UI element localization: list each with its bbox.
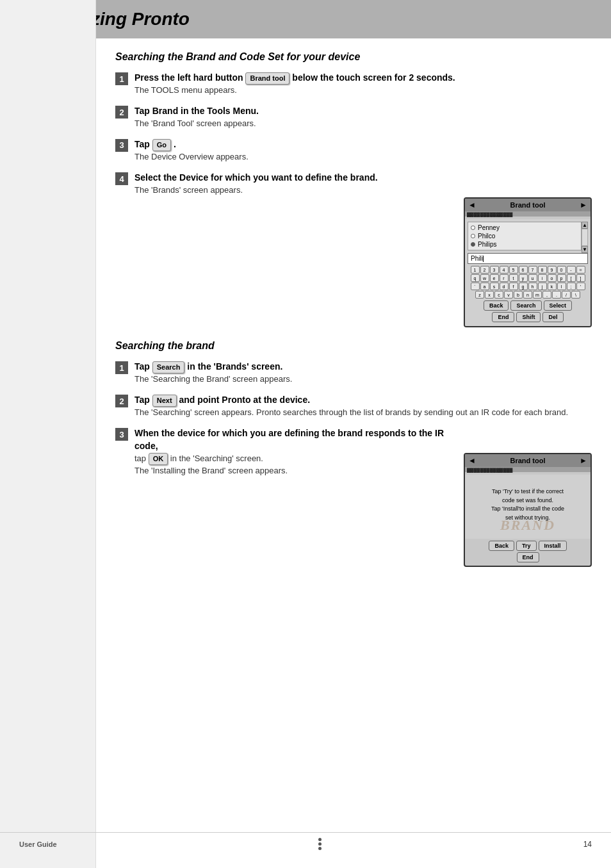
left-arrow-icon-2[interactable]: ◄ [468,456,476,465]
key-e[interactable]: e [490,274,499,282]
list-item-penney[interactable]: Penney [469,224,580,232]
step-3-number: 3 [115,139,128,152]
step-s2: 2 Tap Next and point Pronto at the devic… [115,394,592,418]
keyboard-row-4: z x c v b n m , . / \ [468,291,588,299]
key-6[interactable]: 6 [519,266,528,274]
keyboard-row-1: 1 2 3 4 5 6 7 8 9 0 - = [468,266,588,274]
right-arrow-icon[interactable]: ► [580,201,587,209]
scroll-down-btn[interactable]: ▼ [582,246,588,253]
key-v[interactable]: v [504,291,513,299]
end-button-2[interactable]: End [517,552,539,562]
key-p[interactable]: p [557,274,566,282]
step-s3-steps: 3 When the device for which you are defi… [115,427,457,567]
step-s1-number: 1 [115,361,128,374]
key-9[interactable]: 9 [548,266,557,274]
device-btns-row1: Back Search Select [468,300,588,311]
footer-dots [318,838,322,850]
key-0[interactable]: 0 [557,266,566,274]
step-1: 1 Press the left hard button Brand tool … [115,72,592,96]
key-a[interactable]: a [480,283,489,290]
device-btns2-row2: End [468,552,588,562]
shift-button-1[interactable]: Shift [516,312,541,322]
brand-watermark: BRAND [500,514,555,536]
key-4[interactable]: 4 [500,266,509,274]
left-arrow-icon[interactable]: ◄ [468,201,476,209]
step-4-steps: 4 Select the Device for which you want t… [115,172,457,327]
radio-penney[interactable] [471,225,475,230]
key-t[interactable]: t [509,274,518,282]
list-item-philco[interactable]: Philco [469,232,580,240]
right-arrow-icon-2[interactable]: ► [580,456,587,465]
key-5[interactable]: 5 [509,266,518,274]
radio-philips[interactable] [471,242,475,247]
device-input-field[interactable]: Phili [468,253,588,264]
key-2[interactable]: 2 [480,266,489,274]
device-titlebar-2: ◄ Brand tool ► [465,454,591,467]
scroll-up-btn[interactable]: ▲ [582,222,588,229]
key-comma[interactable]: , [542,291,551,299]
dot-1 [318,838,322,841]
del-button-1[interactable]: Del [542,312,563,322]
key-s[interactable]: s [490,283,499,290]
key-q[interactable]: q [471,274,480,282]
key-lbracket[interactable]: [ [567,274,576,282]
step-2-main: Tap Brand in the Tools Menu. [134,105,592,118]
key-8[interactable]: 8 [538,266,547,274]
key-rbracket[interactable]: ] [576,274,585,282]
back-button-1[interactable]: Back [484,300,509,311]
key-l[interactable]: l [557,283,566,290]
step-s1-content: Tap Search in the 'Brands' screen. The '… [134,361,592,385]
select-button-1[interactable]: Select [544,300,573,311]
key-backtick[interactable]: ` [471,283,480,290]
step-3-main: Tap Go . [134,138,592,151]
step-1-content: Press the left hard button Brand tool be… [134,72,592,96]
key-7[interactable]: 7 [528,266,537,274]
key-backslash[interactable]: \ [571,291,580,299]
key-h[interactable]: h [528,283,537,290]
key-semicolon[interactable]: ; [567,283,576,290]
key-d[interactable]: d [500,283,509,290]
key-m[interactable]: m [533,291,542,299]
key-u[interactable]: u [528,274,537,282]
radio-philco[interactable] [471,234,475,238]
key-y[interactable]: y [519,274,528,282]
key-n[interactable]: n [523,291,532,299]
key-g[interactable]: g [519,283,528,290]
device-btns2-row1: Back Try Install [468,541,588,551]
end-button-1[interactable]: End [492,312,514,322]
key-c[interactable]: c [494,291,503,299]
step-s2-sub: The 'Searching' screen appears. Pronto s… [134,407,592,418]
step-s3-section: 3 When the device for which you are defi… [115,427,592,567]
key-period[interactable]: . [552,291,561,299]
step-2-content: Tap Brand in the Tools Menu. The 'Brand … [134,105,592,129]
key-w[interactable]: w [480,274,489,282]
install-button-2[interactable]: Install [539,541,567,551]
key-b[interactable]: b [514,291,523,299]
key-z[interactable]: z [475,291,484,299]
device-keyboard: 1 2 3 4 5 6 7 8 9 0 - = [468,266,588,299]
key-k[interactable]: k [548,283,557,290]
key-1[interactable]: 1 [471,266,480,274]
search-button-1[interactable]: Search [510,300,541,311]
key-dash[interactable]: - [567,266,576,274]
try-button-2[interactable]: Try [516,541,537,551]
device-body-2: Back Try Install End [465,539,591,566]
page-footer: User Guide 14 [0,832,611,855]
key-quote[interactable]: ' [576,283,585,290]
list-item-philips[interactable]: Philips [469,240,580,249]
key-equals[interactable]: = [576,266,585,274]
key-r[interactable]: r [500,274,509,282]
step-2-sub: The 'Brand Tool' screen appears. [134,118,592,129]
key-i[interactable]: i [538,274,547,282]
key-x[interactable]: x [485,291,494,299]
page-wrapper: Customizing Pronto Searching the Brand a… [0,0,611,868]
step-s3-number: 3 [115,428,128,441]
step-1-number: 1 [115,72,128,85]
key-j[interactable]: j [538,283,547,290]
key-f[interactable]: f [509,283,518,290]
key-o[interactable]: o [548,274,557,282]
key-3[interactable]: 3 [490,266,499,274]
back-button-2[interactable]: Back [489,541,514,551]
step-2-number: 2 [115,106,128,119]
key-slash[interactable]: / [562,291,571,299]
